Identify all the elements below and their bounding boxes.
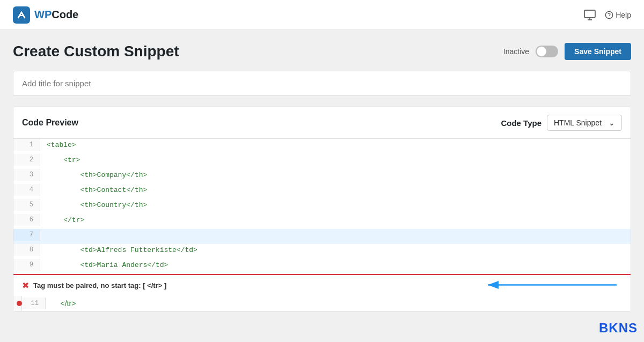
line-number-2: 2 <box>13 154 40 166</box>
header: WPCode Help <box>0 0 644 30</box>
page-title: Create Custom Snippet <box>13 43 179 60</box>
line-number-4: 4 <box>13 184 40 196</box>
line-content-4: <th>Contact</th> <box>40 184 153 196</box>
header-right: Help <box>583 9 631 21</box>
logo: WPCode <box>13 6 78 24</box>
error-text: Tag must be paired, no start tag: [ </tr… <box>33 281 166 289</box>
help-label: Help <box>616 11 631 19</box>
line-number-8: 8 <box>13 244 40 256</box>
code-line-4: 4 <th>Contact</th> <box>13 184 631 199</box>
code-type-select[interactable]: HTML Snippet ⌄ <box>547 115 622 131</box>
logo-icon <box>13 6 30 24</box>
save-snippet-button[interactable]: Save Snippet <box>565 43 631 60</box>
main-content: Create Custom Snippet Inactive Save Snip… <box>0 30 644 311</box>
error-line-number: 11 <box>22 298 46 309</box>
error-icon: ✖ <box>22 280 29 291</box>
line-content-7 <box>40 229 53 233</box>
logo-text: WPCode <box>34 9 78 21</box>
code-section: Code Preview Code Type HTML Snippet ⌄ 1 … <box>13 107 631 311</box>
code-line-6: 6 </tr> <box>13 214 631 229</box>
line-content-5: <th>Country</th> <box>40 199 153 211</box>
error-section: ✖ Tag must be paired, no start tag: [ </… <box>13 274 631 296</box>
code-line-3: 3 <th>Company</th> <box>13 169 631 184</box>
code-type-value: HTML Snippet <box>554 118 602 127</box>
code-line-8: 8 <td>Alfreds Futterkiste</td> <box>13 244 631 259</box>
line-number-7: 7 <box>13 229 40 241</box>
logo-wp: WP <box>34 9 52 20</box>
code-editor[interactable]: 1 <table> 2 <tr> 3 <th>Company</th> 4 <t… <box>13 139 631 274</box>
chevron-down-icon: ⌄ <box>609 118 615 127</box>
line-number-3: 3 <box>13 169 40 181</box>
svg-rect-0 <box>584 10 595 18</box>
active-toggle[interactable] <box>536 46 558 57</box>
line-number-9: 9 <box>13 259 40 271</box>
error-line-row: 11 </tr> <box>13 296 631 311</box>
code-line-2: 2 <tr> <box>13 154 631 169</box>
line-content-2: <tr> <box>40 154 86 166</box>
error-line-content: </tr> <box>46 297 82 310</box>
code-type-area: Code Type HTML Snippet ⌄ <box>501 115 622 131</box>
line-content-1: <table> <box>40 139 83 151</box>
title-input-wrapper <box>13 71 631 96</box>
error-dot <box>17 301 22 306</box>
code-line-9: 9 <td>Maria Anders</td> <box>13 259 631 274</box>
line-number-1: 1 <box>13 139 40 151</box>
line-content-6: </tr> <box>40 214 91 226</box>
title-input[interactable] <box>22 79 622 88</box>
code-line-1: 1 <table> <box>13 139 631 154</box>
line-number-5: 5 <box>13 199 40 211</box>
code-line-5: 5 <th>Country</th> <box>13 199 631 214</box>
page-header: Create Custom Snippet Inactive Save Snip… <box>13 43 631 60</box>
code-preview-label: Code Preview <box>22 118 78 128</box>
page-header-actions: Inactive Save Snippet <box>503 43 631 60</box>
code-line-7: 7 <box>13 229 631 244</box>
code-section-header: Code Preview Code Type HTML Snippet ⌄ <box>13 107 631 139</box>
line-number-6: 6 <box>13 214 40 226</box>
code-type-label: Code Type <box>501 118 541 128</box>
monitor-icon[interactable] <box>583 9 596 21</box>
logo-code: Code <box>52 9 78 20</box>
error-arrow-icon <box>482 278 622 293</box>
inactive-label: Inactive <box>503 47 529 56</box>
help-button[interactable]: Help <box>605 11 631 19</box>
line-content-3: <th>Company</th> <box>40 169 153 181</box>
line-content-8: <td>Alfreds Futterkiste</td> <box>40 244 204 256</box>
line-content-9: <td>Maria Anders</td> <box>40 259 174 271</box>
